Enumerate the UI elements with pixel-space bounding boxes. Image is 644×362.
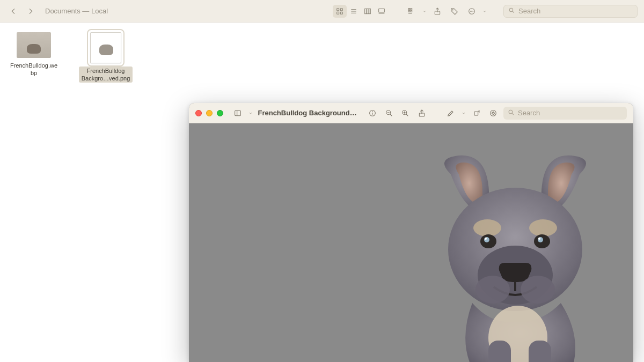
svg-rect-15 [411,10,412,12]
share-button[interactable] [416,107,428,120]
svg-point-39 [490,110,496,116]
sidebar-chevron-icon[interactable] [248,107,253,120]
search-icon [508,109,515,117]
preview-search-placeholder: Search [518,109,540,117]
preview-toolbar: FrenchBulldog Background Rem… [189,103,633,123]
file-thumbnail-icon [90,32,121,63]
file-label[interactable]: FrenchBulldog.webp [7,61,61,77]
markup-chevron-icon[interactable] [461,107,466,120]
svg-rect-1 [340,8,342,10]
svg-rect-14 [411,8,412,10]
svg-point-44 [529,219,557,237]
svg-point-20 [470,11,471,11]
svg-point-23 [509,8,513,12]
markup-button[interactable] [445,107,457,120]
preview-window: FrenchBulldog Background Rem… [189,103,633,362]
svg-point-49 [485,238,487,240]
preview-search-input[interactable]: Search [503,107,627,120]
rotate-button[interactable] [471,107,482,120]
share-button[interactable] [430,5,444,18]
svg-line-31 [390,114,392,116]
svg-rect-56 [529,341,551,362]
finder-title: Documents — Local [45,7,108,15]
group-by-button[interactable] [405,5,419,18]
column-view-button[interactable] [361,5,375,18]
finder-toolbar: Documents — Local [0,0,644,23]
svg-point-43 [473,219,501,237]
window-close-button[interactable] [195,110,202,116]
svg-rect-0 [337,8,339,10]
forward-button[interactable] [24,5,38,18]
svg-point-53 [521,276,555,304]
image-canvas[interactable] [189,123,633,362]
file-item[interactable]: FrenchBulldog.webp [4,32,63,77]
svg-line-34 [406,114,408,116]
action-menu-chevron-icon[interactable] [482,5,487,18]
search-icon [508,7,515,16]
list-view-button[interactable] [347,5,361,18]
svg-point-21 [472,11,472,11]
window-minimize-button[interactable] [206,110,213,116]
svg-rect-25 [235,110,241,115]
svg-rect-10 [379,9,385,12]
sidebar-toggle-button[interactable] [232,107,244,120]
svg-point-52 [475,276,510,304]
svg-point-22 [473,11,473,11]
svg-line-41 [512,113,514,115]
svg-point-48 [538,237,543,242]
svg-point-40 [509,110,513,114]
bulldog-image [408,153,623,362]
svg-rect-38 [474,112,478,115]
traffic-lights [195,110,223,116]
svg-line-24 [513,11,514,13]
info-button[interactable] [367,107,378,120]
svg-rect-8 [367,9,369,13]
file-item[interactable]: FrenchBulldog Backgro…ved.png [76,32,135,83]
svg-rect-13 [408,10,410,12]
svg-point-29 [372,112,373,112]
gallery-view-button[interactable] [375,5,389,18]
svg-rect-2 [337,12,339,14]
finder-search-input[interactable]: Search [503,5,638,18]
file-label[interactable]: FrenchBulldog Backgro…ved.png [79,67,133,83]
window-zoom-button[interactable] [217,110,223,116]
icon-view-button[interactable] [333,5,347,18]
zoom-out-button[interactable] [383,107,395,120]
tags-button[interactable] [448,5,462,18]
svg-rect-55 [488,341,511,362]
file-thumbnail-icon [17,32,51,58]
svg-rect-9 [369,9,371,13]
svg-rect-7 [365,9,367,13]
selection-tool-button[interactable] [487,107,499,120]
svg-rect-12 [408,8,410,10]
svg-rect-3 [340,12,342,14]
svg-point-50 [538,238,540,240]
group-by-chevron-icon[interactable] [422,5,427,18]
preview-title: FrenchBulldog Background Rem… [258,109,358,117]
finder-search-placeholder: Search [518,7,540,15]
back-button[interactable] [6,5,20,18]
svg-point-47 [484,237,489,242]
zoom-in-button[interactable] [399,107,411,120]
view-mode-group [333,5,389,18]
action-menu-button[interactable] [465,5,479,18]
svg-point-18 [452,9,453,10]
